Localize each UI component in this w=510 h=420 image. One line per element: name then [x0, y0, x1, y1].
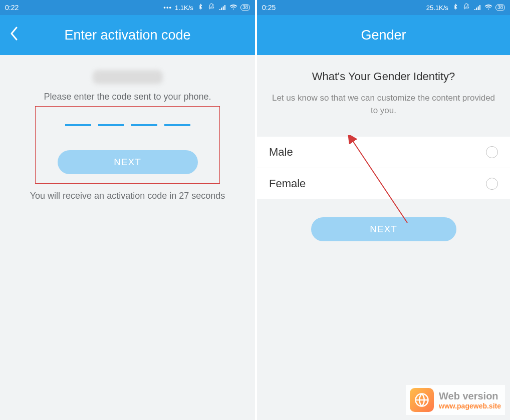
signal-icon: [473, 3, 481, 13]
option-label: Male: [269, 146, 293, 159]
page-title: Enter activation code: [0, 28, 255, 43]
gender-option-list: Male Female: [257, 137, 510, 199]
app-bar: Gender: [257, 15, 510, 55]
mute-icon: [462, 3, 470, 13]
network-speed: 1.1K/s: [175, 4, 193, 12]
phone-screen-right: 0:25 25.1K/s 38 Gender: [255, 0, 510, 420]
code-slot[interactable]: [65, 124, 91, 126]
signal-icon: [218, 3, 226, 13]
question-subtext: Let us know so that we can customize the…: [257, 92, 510, 117]
annotation-highlight-box: NEXT: [35, 106, 220, 184]
code-slot[interactable]: [164, 124, 190, 126]
next-button[interactable]: NEXT: [311, 217, 456, 241]
content-area: Please enter the code sent to your phone…: [0, 55, 255, 420]
status-time: 0:22: [5, 4, 19, 12]
battery-icon: 38: [240, 4, 250, 11]
countdown-text: You will receive an activation code in 2…: [0, 191, 255, 201]
globe-icon: [410, 388, 434, 412]
gender-option-female[interactable]: Female: [257, 168, 510, 199]
bluetooth-icon: [451, 3, 459, 13]
code-slot[interactable]: [131, 124, 157, 126]
status-bar: 0:25 25.1K/s 38: [257, 0, 510, 15]
status-icons: ••• 1.1K/s 38: [163, 3, 250, 13]
app-bar: Enter activation code: [0, 15, 255, 55]
bluetooth-icon: [196, 3, 204, 13]
question-title: What's Your Gender Identity?: [257, 70, 510, 83]
status-bar: 0:22 ••• 1.1K/s 38: [0, 0, 255, 15]
watermark-text: Web version www.pageweb.site: [439, 390, 501, 410]
network-speed: 25.1K/s: [426, 4, 448, 12]
phone-screen-left: 0:22 ••• 1.1K/s 38: [0, 0, 255, 420]
code-slot[interactable]: [98, 124, 124, 126]
page-title: Gender: [257, 28, 510, 43]
watermark-url: www.pageweb.site: [439, 402, 501, 410]
wifi-icon: [484, 3, 492, 13]
status-time: 0:25: [262, 4, 276, 12]
next-button[interactable]: NEXT: [58, 150, 198, 174]
instruction-text: Please enter the code sent to your phone…: [0, 92, 255, 102]
mute-icon: [207, 3, 215, 13]
phone-number-blurred: [93, 70, 163, 84]
back-icon[interactable]: [9, 26, 19, 45]
watermark-title: Web version: [439, 390, 501, 402]
activation-code-input[interactable]: [46, 124, 209, 126]
radio-icon[interactable]: [486, 178, 498, 190]
option-label: Female: [269, 177, 306, 190]
more-icon: •••: [163, 4, 172, 12]
watermark-badge: Web version www.pageweb.site: [406, 385, 505, 415]
gender-option-male[interactable]: Male: [257, 137, 510, 168]
content-area: What's Your Gender Identity? Let us know…: [257, 55, 510, 420]
status-icons: 25.1K/s 38: [426, 3, 505, 13]
wifi-icon: [229, 3, 237, 13]
battery-icon: 38: [495, 4, 505, 11]
radio-icon[interactable]: [486, 146, 498, 158]
